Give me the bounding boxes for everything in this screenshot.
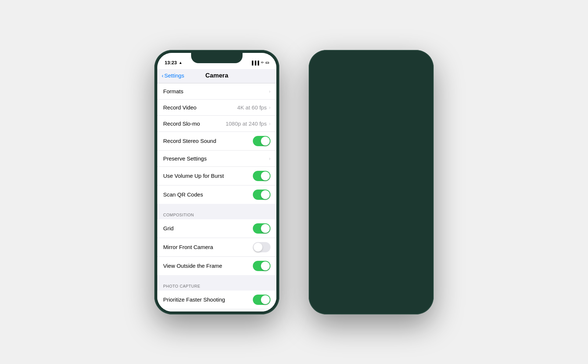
page-title: Camera [205, 72, 228, 79]
main-settings-group: Formats › Record Video 4K at 60 fps › [157, 83, 276, 204]
back-button[interactable]: ‹ Settings [162, 72, 184, 79]
signal-icon: ▐▐▐ [251, 61, 259, 65]
volume-burst-label: Use Volume Up for Burst [163, 173, 224, 179]
record-stereo-toggle[interactable] [253, 136, 270, 146]
view-outside-cell[interactable]: View Outside the Frame [157, 257, 276, 275]
photo-capture-group: Prioritize Faster Shooting Intelligently… [157, 291, 276, 311]
right-phone: 00:00:00 .5 1× 2 🔒 [309, 50, 434, 314]
formats-right: › [269, 89, 270, 94]
back-label[interactable]: Settings [164, 72, 184, 79]
mirror-front-label: Mirror Front Camera [163, 244, 213, 250]
record-video-right: 4K at 60 fps › [237, 104, 270, 111]
time-display: 13:23 [165, 60, 177, 65]
view-outside-toggle[interactable] [253, 261, 270, 271]
mirror-front-toggle[interactable] [253, 242, 270, 252]
chevron-right-icon-2: › [269, 105, 270, 110]
photo-capture-section: PHOTO CAPTURE Prioritize Faster Shooting… [157, 278, 276, 311]
record-video-value: 4K at 60 fps [237, 104, 267, 111]
left-phone: 13:23 ▲ ▐▐▐ ⌔ ▭ ‹ Settings Camera [154, 50, 279, 314]
grid-cell[interactable]: Grid [157, 219, 276, 238]
formats-cell[interactable]: Formats › [157, 83, 276, 100]
wifi-icon: ⌔ [261, 61, 263, 65]
chevron-right-icon: › [269, 89, 270, 94]
record-slomo-value: 1080p at 240 fps [226, 120, 267, 127]
preserve-settings-cell[interactable]: Preserve Settings › [157, 151, 276, 167]
volume-burst-toggle[interactable] [253, 171, 270, 181]
status-icons: ▐▐▐ ⌔ ▭ [251, 60, 269, 65]
left-screen: 13:23 ▲ ▐▐▐ ⌔ ▭ ‹ Settings Camera [157, 53, 276, 311]
settings-screen: 13:23 ▲ ▐▐▐ ⌔ ▭ ‹ Settings Camera [157, 53, 276, 311]
record-slomo-label: Record Slo-mo [163, 120, 200, 127]
scan-qr-toggle[interactable] [253, 190, 270, 200]
chevron-right-icon-3: › [269, 121, 270, 126]
scan-qr-label: Scan QR Codes [163, 191, 203, 198]
composition-header: COMPOSITION [157, 207, 276, 219]
scan-qr-cell[interactable]: Scan QR Codes [157, 185, 276, 204]
preserve-right: › [269, 156, 270, 161]
composition-section: COMPOSITION Grid Mirror Front Camera Vie… [157, 207, 276, 275]
record-stereo-cell[interactable]: Record Stereo Sound [157, 132, 276, 151]
faster-shooting-cell[interactable]: Prioritize Faster Shooting [157, 291, 276, 309]
record-video-cell[interactable]: Record Video 4K at 60 fps › [157, 100, 276, 116]
volume-burst-cell[interactable]: Use Volume Up for Burst [157, 167, 276, 185]
location-icon: ▲ [179, 61, 182, 65]
composition-group: Grid Mirror Front Camera View Outside th… [157, 219, 276, 275]
preserve-settings-label: Preserve Settings [163, 155, 207, 162]
faster-shooting-description: Intelligently adapt image quality when r… [157, 309, 276, 311]
grid-label: Grid [163, 225, 173, 231]
faster-shooting-toggle[interactable] [253, 295, 270, 305]
faster-shooting-label: Prioritize Faster Shooting [163, 296, 225, 303]
battery-icon: ▭ [265, 60, 269, 65]
record-slomo-right: 1080p at 240 fps › [226, 120, 270, 127]
record-slomo-cell[interactable]: Record Slo-mo 1080p at 240 fps › [157, 116, 276, 132]
chevron-right-icon-4: › [269, 156, 270, 161]
record-stereo-label: Record Stereo Sound [163, 138, 216, 144]
formats-label: Formats [163, 88, 183, 94]
settings-list[interactable]: Formats › Record Video 4K at 60 fps › [157, 83, 276, 311]
status-time: 13:23 ▲ [165, 60, 182, 65]
chevron-left-icon: ‹ [162, 72, 164, 79]
nav-bar: ‹ Settings Camera [157, 69, 276, 83]
grid-toggle[interactable] [253, 223, 270, 234]
photo-capture-header: PHOTO CAPTURE [157, 278, 276, 291]
view-outside-label: View Outside the Frame [163, 263, 222, 269]
notch-left [191, 53, 243, 63]
mirror-front-cell[interactable]: Mirror Front Camera [157, 238, 276, 257]
record-video-label: Record Video [163, 104, 197, 111]
